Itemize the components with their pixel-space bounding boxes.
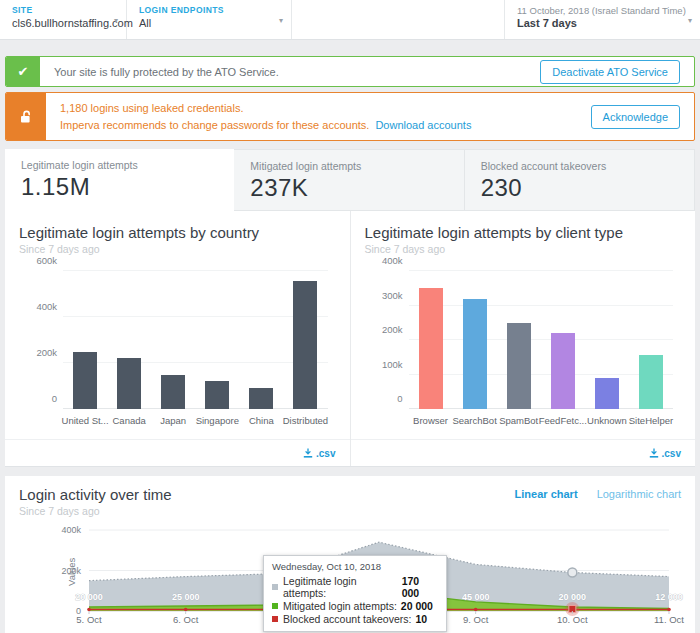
client-type-chart-subtitle: Since 7 days ago bbox=[365, 243, 696, 255]
csv-download-link[interactable]: .csv bbox=[303, 448, 335, 459]
activity-area-chart: 0200k400kValues20 00025 00030 000100 000… bbox=[19, 519, 681, 627]
csv-download-link[interactable]: .csv bbox=[649, 448, 681, 459]
y-axis-tick: 200k bbox=[36, 347, 57, 358]
date-range-value: Last 7 days bbox=[517, 17, 690, 29]
deactivate-ato-button[interactable]: Deactivate ATO Service bbox=[540, 60, 680, 84]
svg-text:20 000: 20 000 bbox=[75, 592, 103, 602]
site-value: cls6.bullhornstaffing.com bbox=[12, 17, 116, 29]
x-axis-label: Japan bbox=[160, 415, 186, 426]
x-axis-label: FeedFetc... bbox=[539, 415, 587, 426]
chevron-down-icon: ▾ bbox=[114, 16, 118, 25]
client-type-bar-chart: 0100k200k300k400kBrowserSearchBotSpamBot… bbox=[371, 263, 678, 431]
bar-unitedst bbox=[73, 352, 97, 410]
leaked-credentials-line1: 1,180 logins using leaked credentials. bbox=[60, 100, 591, 117]
y-axis-tick: 100k bbox=[382, 358, 403, 369]
x-axis-label: Unknown bbox=[587, 415, 627, 426]
client-type-chart-title: Legitimate login attempts by client type bbox=[365, 224, 696, 241]
x-axis-label: SiteHelper bbox=[629, 415, 673, 426]
svg-text:10. Oct: 10. Oct bbox=[557, 614, 588, 625]
download-icon bbox=[649, 448, 659, 458]
check-icon: ✔ bbox=[6, 57, 40, 86]
y-axis-tick: 400k bbox=[382, 255, 403, 266]
protection-status-banner: ✔ Your site is fully protected by the AT… bbox=[5, 56, 695, 87]
svg-text:5. Oct: 5. Oct bbox=[76, 614, 102, 625]
activity-title: Login activity over time bbox=[19, 486, 172, 503]
bar-sitehelper bbox=[639, 355, 663, 410]
bar-charts-panel: Legitimate login attempts by country Sin… bbox=[5, 211, 695, 467]
download-icon bbox=[303, 448, 313, 458]
tab-mitigated-logins[interactable]: Mitigated login attempts 237K bbox=[234, 149, 464, 211]
x-axis-label: Browser bbox=[413, 415, 448, 426]
x-axis-label: SpamBot bbox=[499, 415, 538, 426]
y-axis-tick: 200k bbox=[382, 324, 403, 335]
x-axis-label: SearchBot bbox=[452, 415, 496, 426]
bar-canada bbox=[117, 358, 141, 409]
login-activity-panel: Login activity over time Since 7 days ag… bbox=[5, 476, 695, 633]
tooltip-row: Blocked account takeovers:10 bbox=[272, 613, 438, 625]
x-axis-label: China bbox=[249, 415, 274, 426]
x-axis-label: United St... bbox=[62, 415, 109, 426]
bar-china bbox=[249, 388, 273, 409]
y-axis-tick: 600k bbox=[36, 255, 57, 266]
client-type-chart-panel: Legitimate login attempts by client type… bbox=[350, 211, 696, 466]
svg-text:Values: Values bbox=[66, 557, 77, 586]
bar-japan bbox=[161, 375, 185, 410]
country-chart-subtitle: Since 7 days ago bbox=[19, 243, 350, 255]
chart-tooltip: Wednesday, Oct 10, 2018 Legitimate login… bbox=[263, 555, 447, 632]
chevron-down-icon: ▾ bbox=[688, 16, 692, 25]
leaked-credentials-banner: 1,180 logins using leaked credentials. I… bbox=[5, 92, 695, 141]
date-range-dropdown[interactable]: 11 October, 2018 (Israel Standard Time) … bbox=[505, 0, 700, 39]
country-bar-chart: 0200k400k600kUnited St...CanadaJapanSing… bbox=[25, 263, 332, 431]
mitigated-logins-count: 237K bbox=[250, 174, 447, 202]
country-chart-title: Legitimate login attempts by country bbox=[19, 224, 350, 241]
y-axis-tick: 0 bbox=[397, 393, 402, 404]
linear-chart-link[interactable]: Linear chart bbox=[515, 488, 578, 500]
filter-bar-spacer bbox=[292, 0, 505, 39]
x-axis-label: Distributed bbox=[283, 415, 328, 426]
tab-legitimate-logins[interactable]: Legitimate login attempts 1.15M bbox=[5, 149, 234, 211]
bar-feedfetc bbox=[551, 333, 575, 409]
svg-text:11. Oct: 11. Oct bbox=[654, 614, 684, 625]
stat-tabs: Legitimate login attempts 1.15M Mitigate… bbox=[5, 149, 695, 211]
chevron-down-icon: ▾ bbox=[279, 16, 283, 25]
date-timezone: 11 October, 2018 (Israel Standard Time) bbox=[517, 5, 690, 16]
svg-text:6. Oct: 6. Oct bbox=[173, 614, 199, 625]
legitimate-logins-count: 1.15M bbox=[21, 173, 218, 201]
svg-text:20 000: 20 000 bbox=[559, 592, 587, 602]
x-axis-label: Canada bbox=[112, 415, 145, 426]
svg-text:25 000: 25 000 bbox=[172, 592, 200, 602]
protection-status-message: Your site is fully protected by the ATO … bbox=[54, 66, 540, 78]
site-label: SITE bbox=[12, 5, 116, 15]
ato-dashboard: SITE cls6.bullhornstaffing.com ▾ LOGIN E… bbox=[0, 0, 700, 633]
svg-text:400k: 400k bbox=[61, 525, 81, 535]
login-endpoints-label: LOGIN ENDPOINTS bbox=[139, 5, 281, 15]
y-axis-tick: 0 bbox=[52, 393, 57, 404]
acknowledge-button[interactable]: Acknowledge bbox=[591, 105, 680, 129]
blocked-takeovers-count: 230 bbox=[481, 174, 678, 202]
login-endpoints-value: All bbox=[139, 17, 281, 29]
bar-searchbot bbox=[463, 299, 487, 409]
y-axis-tick: 400k bbox=[36, 301, 57, 312]
unlocked-padlock-icon bbox=[6, 93, 46, 140]
bar-spambot bbox=[507, 323, 531, 409]
download-accounts-link[interactable]: Download accounts bbox=[375, 119, 471, 131]
x-axis-label: Singapore bbox=[196, 415, 239, 426]
country-chart-panel: Legitimate login attempts by country Sin… bbox=[5, 211, 350, 466]
leaked-credentials-line2: Imperva recommends to change passwords f… bbox=[60, 117, 591, 134]
svg-text:12 000: 12 000 bbox=[655, 592, 683, 602]
tab-blocked-takeovers[interactable]: Blocked account takeovers 230 bbox=[465, 149, 695, 211]
site-dropdown[interactable]: SITE cls6.bullhornstaffing.com ▾ bbox=[0, 0, 127, 39]
svg-text:9. Oct: 9. Oct bbox=[463, 614, 489, 625]
bar-distributed bbox=[293, 281, 317, 409]
tooltip-row: Legitimate login attempts:170 000 bbox=[272, 575, 438, 599]
login-endpoints-dropdown[interactable]: LOGIN ENDPOINTS All ▾ bbox=[127, 0, 292, 39]
svg-text:45 000: 45 000 bbox=[462, 592, 490, 602]
tooltip-row: Mitigated login attempts:20 000 bbox=[272, 600, 438, 612]
y-axis-tick: 300k bbox=[382, 289, 403, 300]
logarithmic-chart-link[interactable]: Logarithmic chart bbox=[597, 488, 681, 500]
tooltip-date: Wednesday, Oct 10, 2018 bbox=[272, 561, 438, 572]
activity-subtitle: Since 7 days ago bbox=[19, 505, 172, 517]
bar-browser bbox=[419, 288, 443, 409]
filter-bar: SITE cls6.bullhornstaffing.com ▾ LOGIN E… bbox=[0, 0, 700, 40]
bar-singapore bbox=[205, 381, 229, 409]
